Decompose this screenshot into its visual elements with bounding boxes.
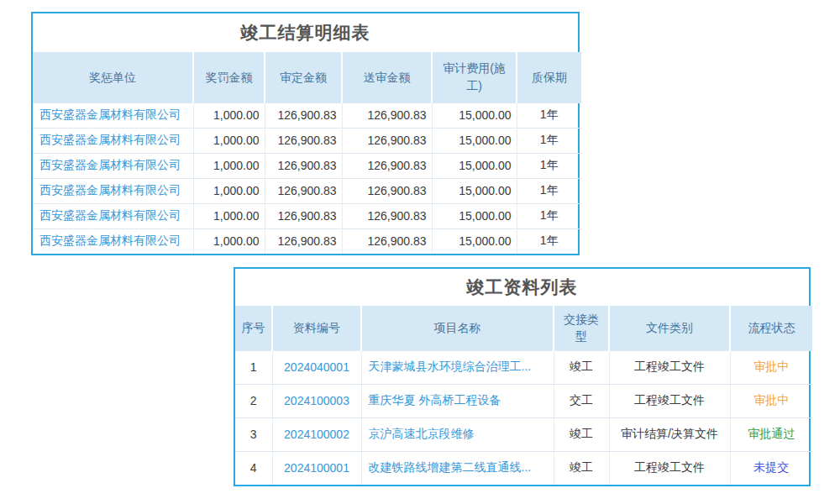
warranty-cell: 1年 (517, 203, 581, 228)
doc-no-cell: 2024100003 (272, 384, 361, 417)
col-header-project: 项目名称 (361, 306, 554, 350)
col-header-handover: 交接类型 (554, 306, 609, 350)
col-header-warranty: 质保期 (517, 52, 581, 102)
index-cell: 2 (235, 384, 272, 417)
col-header-approved: 审定金额 (265, 52, 342, 102)
warranty-cell: 1年 (517, 178, 581, 203)
file-category-cell: 审计结算/决算文件 (609, 417, 730, 451)
project-link[interactable]: 改建铁路线增建第二线直通线... (369, 460, 532, 474)
warranty-cell: 1年 (517, 228, 581, 254)
sent-cell: 126,900.83 (342, 102, 432, 128)
col-header-doc-no: 资料编号 (272, 306, 361, 350)
settlement-table-title: 竣工结算明细表 (33, 13, 578, 52)
col-header-sent: 送审金额 (342, 52, 432, 102)
warranty-cell: 1年 (517, 102, 581, 128)
unit-cell: 西安盛器金属材料有限公司 (33, 228, 193, 254)
audit-fee-cell: 15,000.00 (432, 178, 517, 203)
document-row: 4 2024100001 改建铁路线增建第二线直通线... 竣工 工程竣工文件 … (235, 451, 812, 485)
file-category-cell: 工程竣工文件 (609, 350, 730, 384)
project-cell: 重庆华夏 外高桥工程设备 (361, 384, 554, 417)
penalty-cell: 1,000.00 (193, 128, 265, 153)
documents-table-title: 竣工资料列表 (235, 269, 809, 306)
handover-type-cell: 竣工 (554, 350, 609, 384)
doc-no-link[interactable]: 2024100001 (284, 461, 349, 475)
approved-cell: 126,900.83 (265, 102, 342, 128)
col-header-category: 文件类别 (609, 306, 730, 350)
handover-type-cell: 竣工 (554, 417, 609, 451)
index-cell: 1 (235, 350, 272, 384)
file-category-cell: 工程竣工文件 (609, 451, 730, 485)
document-row: 2 2024100003 重庆华夏 外高桥工程设备 交工 工程竣工文件 审批中 (235, 384, 812, 417)
handover-type-cell: 竣工 (554, 451, 609, 485)
settlement-header-row: 奖惩单位 奖罚金额 审定金额 送审金额 审计费用(施工) 质保期 (33, 52, 581, 102)
approved-cell: 126,900.83 (265, 228, 342, 254)
sent-cell: 126,900.83 (342, 153, 432, 178)
project-link[interactable]: 京沪高速北京段维修 (369, 427, 475, 440)
penalty-cell: 1,000.00 (193, 178, 265, 203)
settlement-row: 西安盛器金属材料有限公司 1,000.00 126,900.83 126,900… (33, 153, 581, 178)
document-row: 3 2024100002 京沪高速北京段维修 竣工 审计结算/决算文件 审批通过 (235, 417, 812, 451)
penalty-cell: 1,000.00 (193, 203, 265, 228)
sent-cell: 126,900.83 (342, 178, 432, 203)
status-cell: 审批中 (730, 384, 812, 417)
doc-no-link[interactable]: 2024040001 (284, 360, 349, 374)
documents-table: 序号 资料编号 项目名称 交接类型 文件类别 流程状态 1 2024040001… (235, 306, 812, 485)
settlement-row: 西安盛器金属材料有限公司 1,000.00 126,900.83 126,900… (33, 228, 581, 254)
index-cell: 4 (235, 451, 272, 485)
settlement-row: 西安盛器金属材料有限公司 1,000.00 126,900.83 126,900… (33, 178, 581, 203)
unit-link[interactable]: 西安盛器金属材料有限公司 (39, 208, 181, 222)
col-header-status: 流程状态 (730, 306, 812, 350)
unit-cell: 西安盛器金属材料有限公司 (33, 203, 193, 228)
unit-cell: 西安盛器金属材料有限公司 (33, 178, 193, 203)
audit-fee-cell: 15,000.00 (432, 203, 517, 228)
warranty-cell: 1年 (517, 128, 581, 153)
doc-no-cell: 2024040001 (272, 350, 361, 384)
col-header-audit-fee: 审计费用(施工) (432, 52, 517, 102)
doc-no-cell: 2024100001 (272, 451, 361, 485)
doc-no-link[interactable]: 2024100002 (284, 428, 349, 441)
penalty-cell: 1,000.00 (193, 228, 265, 254)
audit-fee-cell: 15,000.00 (432, 153, 517, 178)
unit-cell: 西安盛器金属材料有限公司 (33, 153, 193, 178)
col-header-index: 序号 (235, 306, 272, 350)
warranty-cell: 1年 (517, 153, 581, 178)
project-cell: 天津蒙城县水环境综合治理工... (361, 350, 554, 384)
audit-fee-cell: 15,000.00 (432, 102, 517, 128)
penalty-cell: 1,000.00 (193, 102, 265, 128)
documents-table-panel: 竣工资料列表 序号 资料编号 项目名称 交接类型 文件类别 流程状态 1 202… (234, 267, 811, 486)
settlement-table: 奖惩单位 奖罚金额 审定金额 送审金额 审计费用(施工) 质保期 西安盛器金属材… (33, 52, 581, 254)
doc-no-link[interactable]: 2024100003 (284, 394, 349, 407)
col-header-unit: 奖惩单位 (33, 52, 193, 102)
unit-cell: 西安盛器金属材料有限公司 (33, 102, 193, 128)
approved-cell: 126,900.83 (265, 128, 342, 153)
unit-link[interactable]: 西安盛器金属材料有限公司 (39, 108, 181, 121)
penalty-cell: 1,000.00 (193, 153, 265, 178)
unit-link[interactable]: 西安盛器金属材料有限公司 (39, 183, 181, 197)
project-cell: 改建铁路线增建第二线直通线... (361, 451, 554, 485)
index-cell: 3 (235, 417, 272, 451)
audit-fee-cell: 15,000.00 (432, 128, 517, 153)
approved-cell: 126,900.83 (265, 178, 342, 203)
unit-link[interactable]: 西安盛器金属材料有限公司 (39, 158, 181, 171)
audit-fee-cell: 15,000.00 (432, 228, 517, 254)
file-category-cell: 工程竣工文件 (609, 384, 730, 417)
unit-link[interactable]: 西安盛器金属材料有限公司 (39, 133, 181, 146)
sent-cell: 126,900.83 (342, 228, 432, 254)
status-cell: 审批中 (730, 350, 812, 384)
settlement-row: 西安盛器金属材料有限公司 1,000.00 126,900.83 126,900… (33, 203, 581, 228)
approved-cell: 126,900.83 (265, 203, 342, 228)
settlement-row: 西安盛器金属材料有限公司 1,000.00 126,900.83 126,900… (33, 128, 581, 153)
document-row: 1 2024040001 天津蒙城县水环境综合治理工... 竣工 工程竣工文件 … (235, 350, 812, 384)
project-cell: 京沪高速北京段维修 (361, 417, 554, 451)
settlement-table-panel: 竣工结算明细表 奖惩单位 奖罚金额 审定金额 送审金额 审计费用(施工) 质保期… (31, 12, 580, 255)
project-link[interactable]: 重庆华夏 外高桥工程设备 (369, 393, 501, 407)
project-link[interactable]: 天津蒙城县水环境综合治理工... (369, 360, 532, 373)
status-cell: 审批通过 (730, 417, 812, 451)
sent-cell: 126,900.83 (342, 203, 432, 228)
sent-cell: 126,900.83 (342, 128, 432, 153)
col-header-penalty: 奖罚金额 (193, 52, 265, 102)
settlement-row: 西安盛器金属材料有限公司 1,000.00 126,900.83 126,900… (33, 102, 581, 128)
doc-no-cell: 2024100002 (272, 417, 361, 451)
unit-link[interactable]: 西安盛器金属材料有限公司 (39, 234, 181, 247)
handover-type-cell: 交工 (554, 384, 609, 417)
